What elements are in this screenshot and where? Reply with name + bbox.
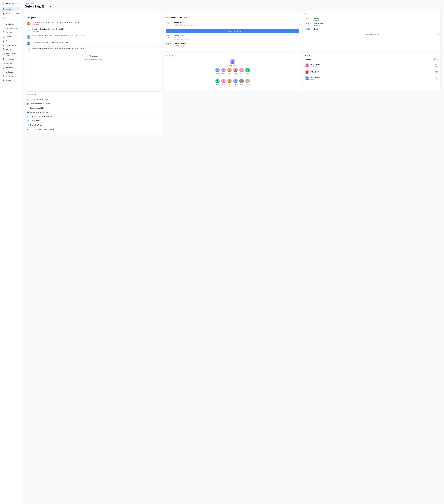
show-all-button[interactable]: Alle anzeigen <box>27 54 160 58</box>
sidebar-item-marketplace[interactable]: 🏪 Marketplace <box>1 74 20 78</box>
org-person[interactable]: James <box>227 68 232 74</box>
svg-point-6 <box>231 60 234 62</box>
absence-date: Aug 28 <box>305 28 311 30</box>
sidebar-item-lohnbuchhaltung[interactable]: 💰 Lohnbuchhaltung <box>1 43 20 47</box>
quick-icon: 🔴 <box>27 103 29 105</box>
interview-item: Morgen 9:30 Christina Williams Executive… <box>166 41 299 49</box>
org-person[interactable]: Sam <box>221 68 226 74</box>
quick-icon: 🔗 <box>27 124 29 126</box>
org-next-button-2[interactable]: › <box>234 86 235 88</box>
org-person[interactable]: Adam <box>215 68 220 74</box>
task-badge: Fällig heute <box>32 24 39 26</box>
sidebar-item-mitarbeitende[interactable]: 👥 Mitarbeitende <box>1 22 20 26</box>
inbox-icon: 📥 <box>2 13 5 15</box>
chevron-down-icon: ▾ <box>437 59 437 61</box>
svg-point-1 <box>27 24 30 25</box>
sidebar-item-recruiting[interactable]: 🎯 Recruiting <box>1 47 20 51</box>
svg-point-32 <box>306 71 308 72</box>
abwesend-menu-button[interactable]: ··· <box>436 13 439 15</box>
sidebar-item-berichte[interactable]: 📊 Berichte <box>1 35 20 39</box>
absence-info: Feiertag <box>313 28 439 30</box>
quick-item[interactable]: ✖ Performance & Develeopment Paths <box>27 114 160 119</box>
sidebar-toggle[interactable]: ⊞ <box>18 2 19 4</box>
join-interview-button[interactable]: Am Interview teilnehmen <box>166 29 299 33</box>
absence-date: Jun 22 Jun 24 <box>305 23 311 26</box>
org-person-avatar <box>221 68 226 72</box>
quick-label: Jahresstrategie 2024 <box>30 107 44 109</box>
time-label: Heute <box>166 35 172 36</box>
org-center: Emma Weber <box>166 59 299 66</box>
sidebar-item-suchen[interactable]: 🔍 Suchen <box>1 16 20 20</box>
org-person[interactable]: Andi <box>215 79 220 85</box>
quick-icon: ✖ <box>27 128 29 130</box>
quick-item[interactable]: ✖ Unsere Unternehmenswerte <box>27 98 160 102</box>
sidebar-item-label: Berichte <box>6 36 12 38</box>
quick-access-menu-button[interactable]: ··· <box>158 93 160 96</box>
org-row-2: Andi Romy Liliya <box>166 79 299 85</box>
svg-point-34 <box>306 77 308 79</box>
org-prev-button[interactable]: ‹ <box>230 75 231 77</box>
sidebar-item-inbox[interactable]: 📥 Inbox 6 <box>1 12 20 16</box>
recruiting-card: Recruiting ··· 3 anstehende Interviews J… <box>164 11 302 51</box>
org-row-1: Adam Sam James <box>166 68 299 74</box>
quick-item[interactable]: ✖ Reise- und Rückerstattungsrichtlinien <box>27 127 160 131</box>
interview-details: Christina Williams Executive Assistant E… <box>174 42 299 48</box>
org-person-name: Jasmin <box>234 73 238 74</box>
events-filter-dropdown[interactable]: Alle ▾ <box>433 58 439 61</box>
sidebar-item-umfragen[interactable]: 📋 Umfragen <box>1 70 20 74</box>
quick-item[interactable]: 🔵 Weekly Allhands Aufzeichnungen <box>27 110 160 114</box>
org-person-avatar <box>233 79 238 83</box>
orgchart-menu-button[interactable]: ··· <box>297 55 299 57</box>
org-person[interactable]: Jasmin <box>233 68 238 74</box>
time-label: Morgen <box>166 42 172 44</box>
sidebar-item-zeiterfassung[interactable]: ⏱ Zeiterfassung <box>1 39 20 43</box>
org-person[interactable]: Sammy <box>245 79 250 85</box>
sidebar-item-whistleblowing[interactable]: 🔔 Whistleblowing <box>1 66 20 70</box>
sidebar-item-performance[interactable]: 📈 Performance & Entw... <box>1 52 20 57</box>
org-person[interactable]: MM Markus <box>245 68 250 74</box>
absence-request-button[interactable]: Abwesenheit beantragen <box>305 32 439 36</box>
svg-point-12 <box>229 69 231 71</box>
event-dates: Mai 21 Mai 21 <box>435 64 439 67</box>
sidebar-item-schulungen[interactable]: 🎓 Schulungen <box>1 57 20 61</box>
team-menu-button[interactable]: ··· <box>436 55 439 57</box>
quick-label: Onboarding Prozess <box>30 124 43 126</box>
org-person[interactable]: Philip <box>233 79 238 85</box>
org-dot <box>231 87 232 87</box>
org-prev-button-2[interactable]: ‹ <box>230 86 231 88</box>
sidebar-item-importe[interactable]: 📤 Importe <box>1 78 20 83</box>
event-avatar <box>305 70 309 74</box>
sidebar-header: ✏️ Personio ⊞ <box>0 0 21 6</box>
task-text: Genehmigen Sie den Antrag von Daniella C… <box>32 21 160 23</box>
svg-point-31 <box>306 66 309 68</box>
sidebar-item-label: Umfragen <box>6 71 13 73</box>
org-person[interactable]: Romy <box>221 79 226 85</box>
sidebar-item-kalender[interactable]: 📅 Kalender <box>1 30 20 35</box>
quick-label: Unternehmen Youtube Channel <box>30 103 50 105</box>
quick-item[interactable]: 💎 IT Help Center <box>27 119 160 123</box>
calendar-icon: 📅 <box>2 31 5 34</box>
absence-type: Bezahlter Urlaub <box>313 23 439 25</box>
sidebar-item-startseite[interactable]: 🏠 Startseite <box>1 7 20 11</box>
org-person[interactable]: Alena <box>239 68 244 74</box>
main-content: Montag, Juni 5 Guten Tag, Emma Inbox ···… <box>21 0 444 504</box>
absence-item: Jun 16 Krankheit Genehmigt <box>305 17 439 22</box>
quick-item[interactable]: 🔗 Onboarding Prozess <box>27 123 160 127</box>
org-person-avatar <box>239 68 244 72</box>
org-person[interactable]: Liliya <box>227 79 232 85</box>
org-dot <box>231 76 232 76</box>
org-next-button[interactable]: › <box>234 75 235 77</box>
quick-item[interactable]: 📄 Jahresstrategie 2024 <box>27 106 160 110</box>
org-person[interactable]: Robert <box>239 79 244 85</box>
quick-label: Performance & Develeopment Paths <box>30 116 54 117</box>
sidebar-item-vergutung[interactable]: 💵 Vergütung <box>1 61 20 66</box>
svg-point-20 <box>222 79 224 81</box>
sidebar-item-automatisierungen[interactable]: ⚡ Automatisierungen <box>1 26 20 30</box>
quick-icon: 🔵 <box>27 111 29 113</box>
sidebar-item-label: Lohnbuchhaltung <box>6 44 18 46</box>
event-avatar <box>305 63 309 68</box>
inbox-menu-button[interactable]: ··· <box>158 13 160 15</box>
recruiting-menu-button[interactable]: ··· <box>297 13 299 15</box>
open-requests-link[interactable]: Meine offenen Anfragen (2) <box>27 59 160 61</box>
quick-item[interactable]: 🔴 Unternehmen Youtube Channel <box>27 102 160 106</box>
